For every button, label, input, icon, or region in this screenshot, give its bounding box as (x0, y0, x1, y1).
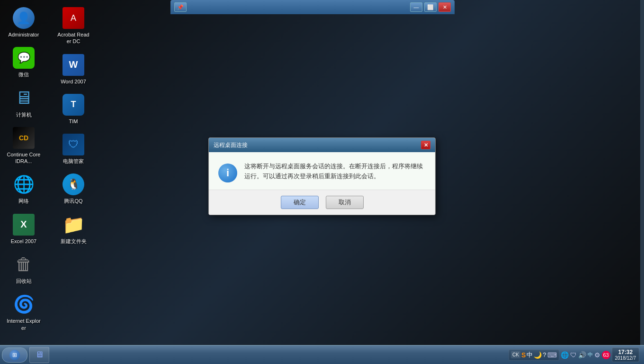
icon-computer[interactable]: 🖥 计算机 (5, 85, 43, 120)
icon-tim-label: TIM (69, 118, 78, 125)
clock-date: 2018/12/7 (615, 355, 636, 361)
start-orb: ⊞ (9, 350, 20, 360)
info-icon: i (218, 164, 237, 182)
icon-coreldraw[interactable]: CD Continue CorelDRA... (5, 125, 43, 167)
taskbar: ⊞ 🖥 CK S 中 🌙 ? ⌨ 🌐 🛡 🔊 中 ⚙ 63 17:32 (0, 345, 644, 364)
system-clock[interactable]: 17:32 2018/12/7 (612, 347, 640, 362)
dialog-message: 这将断开与远程桌面服务会话的连接。在断开连接后，程序将继续运行。可以通过再次登录… (244, 162, 426, 182)
tray-number-badge[interactable]: 63 (602, 351, 610, 359)
tray-help-icon[interactable]: ? (543, 351, 546, 358)
remote-desktop-dialog: 远程桌面连接 ✕ i 这将断开与远程桌面服务会话的连接。在断开连接后，程序将继续… (208, 137, 436, 215)
icon-pcmgr[interactable]: 🛡 电脑管家 (54, 131, 92, 166)
desktop-icons-area: 👤 Administrator 💬 微信 🖥 计算机 CD Continue C… (5, 5, 99, 346)
icon-pcmgr-label: 电脑管家 (63, 158, 84, 164)
icon-administrator[interactable]: 👤 Administrator (5, 5, 43, 40)
cancel-button[interactable]: 取消 (326, 196, 364, 209)
dialog-footer: 确定 取消 (209, 190, 435, 215)
icon-wechat[interactable]: 💬 微信 (5, 45, 43, 80)
tray-chinese-icon[interactable]: 中 (527, 351, 533, 359)
icon-word2007[interactable]: W Word 2007 (54, 52, 92, 87)
system-tray: CK S 中 🌙 ? ⌨ 🌐 🛡 🔊 中 ⚙ 63 17:32 2018/12/… (506, 347, 642, 362)
icon-acrobat-label: Acrobat Reader DC (56, 31, 90, 45)
icon-ie[interactable]: 🌀 Internet Explorer (5, 291, 43, 333)
dialog-close-button[interactable]: ✕ (421, 141, 430, 149)
dialog-titlebar: 远程桌面连接 ✕ (209, 138, 435, 152)
icon-newfolder[interactable]: 📁 新建文件夹 (54, 211, 92, 246)
restore-button[interactable]: ⬜ (424, 2, 437, 12)
tray-language-icon[interactable]: 中 (588, 351, 593, 358)
dialog-body: i 这将断开与远程桌面服务会话的连接。在断开连接后，程序将继续运行。可以通过再次… (209, 152, 435, 190)
icon-excel2007-label: Excel 2007 (11, 238, 36, 245)
tray-network-icon[interactable]: 🌐 (561, 351, 569, 359)
icon-ie-label: Internet Explorer (7, 318, 41, 331)
icon-wechat-label: 微信 (18, 71, 29, 78)
pin-icon: 📌 (174, 2, 187, 12)
icon-administrator-label: Administrator (9, 31, 39, 38)
close-button[interactable]: ✕ (438, 2, 451, 12)
icon-recycle-label: 回收站 (16, 278, 32, 284)
taskbar-app-1[interactable]: 🖥 (29, 347, 49, 363)
window-controls: — ⬜ ✕ (410, 2, 451, 12)
icon-word2007-label: Word 2007 (61, 78, 86, 85)
icon-excel2007[interactable]: X Excel 2007 (5, 211, 43, 246)
tray-security-icon[interactable]: 🛡 (570, 351, 577, 359)
desktop: 👤 Administrator 💬 微信 🖥 计算机 CD Continue C… (0, 0, 644, 364)
tray-settings-icon[interactable]: ⚙ (594, 351, 600, 359)
icon-qq[interactable]: 🐧 腾讯QQ (54, 171, 92, 206)
icon-network[interactable]: 🌐 网络 (5, 171, 43, 206)
tray-group-ime: CK S 中 🌙 ? ⌨ (509, 349, 559, 361)
icon-recycle[interactable]: 🗑 回收站 (5, 251, 43, 286)
tray-ck[interactable]: CK (511, 351, 520, 358)
start-button[interactable]: ⊞ (2, 347, 27, 363)
tray-keyboard-icon[interactable]: ⌨ (547, 351, 557, 359)
clock-time: 17:32 (615, 349, 636, 355)
confirm-button[interactable]: 确定 (281, 196, 319, 209)
tray-sogou-icon[interactable]: S (521, 351, 526, 359)
scrollbar[interactable] (640, 0, 644, 346)
tray-audio-icon[interactable]: 🔊 (578, 351, 586, 359)
icon-acrobat[interactable]: A Acrobat Reader DC (54, 5, 92, 47)
minimize-button[interactable]: — (410, 2, 422, 12)
icon-coreldraw-label: Continue CorelDRA... (7, 151, 41, 165)
icon-newfolder-label: 新建文件夹 (61, 238, 87, 245)
icon-computer-label: 计算机 (16, 111, 32, 118)
background-window-titlebar: 📌 — ⬜ ✕ (170, 0, 455, 14)
icon-tim[interactable]: T TIM (54, 91, 92, 127)
tray-moon-icon[interactable]: 🌙 (534, 351, 542, 359)
icon-network-label: 网络 (18, 198, 29, 204)
icon-qq-label: 腾讯QQ (64, 198, 82, 204)
dialog-title: 远程桌面连接 (214, 141, 248, 149)
